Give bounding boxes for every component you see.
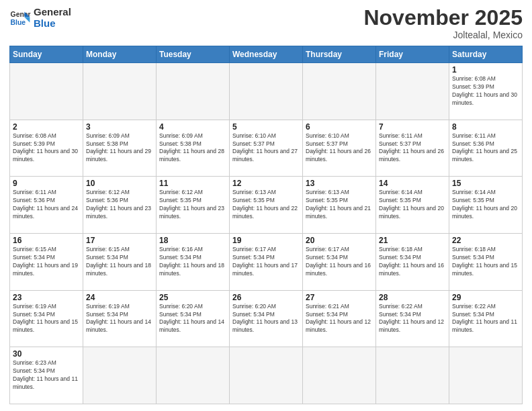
day-info: Sunrise: 6:12 AMSunset: 5:36 PMDaylight:… [86,189,153,221]
day-info: Sunrise: 6:11 AMSunset: 5:36 PMDaylight:… [452,132,519,165]
calendar-cell: 27Sunrise: 6:21 AMSunset: 5:34 PMDayligh… [303,290,376,347]
calendar-cell [83,63,157,120]
calendar-cell: 5Sunrise: 6:10 AMSunset: 5:37 PMDaylight… [230,120,303,177]
calendar-cell: 7Sunrise: 6:11 AMSunset: 5:37 PMDaylight… [376,120,449,177]
calendar-row-6: 30Sunrise: 6:23 AMSunset: 5:34 PMDayligh… [10,347,523,404]
day-info: Sunrise: 6:14 AMSunset: 5:35 PMDaylight:… [452,189,519,221]
calendar-cell: 22Sunrise: 6:18 AMSunset: 5:34 PMDayligh… [449,233,523,290]
calendar-cell: 18Sunrise: 6:16 AMSunset: 5:34 PMDayligh… [157,233,230,290]
calendar-table: SundayMondayTuesdayWednesdayThursdayFrid… [9,46,523,404]
day-number: 29 [452,293,519,302]
day-info: Sunrise: 6:13 AMSunset: 5:35 PMDaylight:… [306,189,373,221]
day-number: 4 [159,122,226,132]
day-number: 20 [306,236,373,245]
day-info: Sunrise: 6:17 AMSunset: 5:34 PMDaylight:… [306,246,373,278]
day-number: 3 [86,122,153,132]
calendar-row-4: 16Sunrise: 6:15 AMSunset: 5:34 PMDayligh… [10,233,523,290]
title-block: November 2025 Joltealal, Mexico [363,7,523,40]
day-info: Sunrise: 6:13 AMSunset: 5:35 PMDaylight:… [232,189,300,221]
calendar-cell: 23Sunrise: 6:19 AMSunset: 5:34 PMDayligh… [10,290,83,347]
weekday-header-friday: Friday [376,46,449,63]
day-number: 5 [232,122,300,132]
day-number: 6 [306,122,373,132]
calendar-cell: 26Sunrise: 6:20 AMSunset: 5:34 PMDayligh… [230,290,303,347]
day-info: Sunrise: 6:15 AMSunset: 5:34 PMDaylight:… [86,246,153,278]
day-number: 9 [13,179,80,188]
calendar-cell: 15Sunrise: 6:14 AMSunset: 5:35 PMDayligh… [449,177,523,234]
weekday-header-wednesday: Wednesday [230,46,303,63]
calendar-cell [10,63,83,120]
calendar-cell: 20Sunrise: 6:17 AMSunset: 5:34 PMDayligh… [303,233,376,290]
day-info: Sunrise: 6:16 AMSunset: 5:34 PMDaylight:… [159,246,226,278]
weekday-header-saturday: Saturday [449,46,523,63]
day-info: Sunrise: 6:18 AMSunset: 5:34 PMDaylight:… [452,246,519,278]
day-number: 15 [452,179,519,188]
calendar-cell: 12Sunrise: 6:13 AMSunset: 5:35 PMDayligh… [230,177,303,234]
day-info: Sunrise: 6:08 AMSunset: 5:39 PMDaylight:… [452,75,519,107]
weekday-header-monday: Monday [83,46,157,63]
day-info: Sunrise: 6:17 AMSunset: 5:34 PMDaylight:… [232,246,300,278]
calendar-cell: 29Sunrise: 6:22 AMSunset: 5:34 PMDayligh… [449,290,523,347]
day-number: 25 [159,293,226,302]
logo-general: General [34,7,71,18]
day-number: 14 [379,179,446,188]
day-number: 11 [159,179,226,188]
day-number: 10 [86,179,153,188]
day-info: Sunrise: 6:11 AMSunset: 5:37 PMDaylight:… [379,132,446,165]
calendar-cell [157,347,230,404]
calendar-cell: 8Sunrise: 6:11 AMSunset: 5:36 PMDaylight… [449,120,523,177]
calendar-cell: 14Sunrise: 6:14 AMSunset: 5:35 PMDayligh… [376,177,449,234]
calendar-cell: 13Sunrise: 6:13 AMSunset: 5:35 PMDayligh… [303,177,376,234]
location: Joltealal, Mexico [363,30,523,40]
calendar-cell: 17Sunrise: 6:15 AMSunset: 5:34 PMDayligh… [83,233,157,290]
day-number: 18 [159,236,226,245]
calendar-cell: 9Sunrise: 6:11 AMSunset: 5:36 PMDaylight… [10,177,83,234]
calendar-cell: 24Sunrise: 6:19 AMSunset: 5:34 PMDayligh… [83,290,157,347]
calendar-cell: 21Sunrise: 6:18 AMSunset: 5:34 PMDayligh… [376,233,449,290]
day-info: Sunrise: 6:22 AMSunset: 5:34 PMDaylight:… [379,303,446,335]
day-number: 17 [86,236,153,245]
svg-text:Blue: Blue [11,18,26,26]
month-title: November 2025 [363,7,523,28]
day-info: Sunrise: 6:18 AMSunset: 5:34 PMDaylight:… [379,246,446,278]
calendar-cell [376,347,449,404]
header: General Blue General Blue November 2025 … [9,7,523,40]
weekday-header-thursday: Thursday [303,46,376,63]
day-number: 8 [452,122,519,132]
day-number: 13 [306,179,373,188]
calendar-cell: 10Sunrise: 6:12 AMSunset: 5:36 PMDayligh… [83,177,157,234]
calendar-cell: 4Sunrise: 6:09 AMSunset: 5:38 PMDaylight… [157,120,230,177]
calendar-cell: 30Sunrise: 6:23 AMSunset: 5:34 PMDayligh… [10,347,83,404]
calendar-cell [303,347,376,404]
day-number: 2 [13,122,80,132]
calendar-cell: 1Sunrise: 6:08 AMSunset: 5:39 PMDaylight… [449,63,523,120]
day-info: Sunrise: 6:19 AMSunset: 5:34 PMDaylight:… [86,303,153,335]
calendar-cell: 6Sunrise: 6:10 AMSunset: 5:37 PMDaylight… [303,120,376,177]
calendar-cell: 2Sunrise: 6:08 AMSunset: 5:39 PMDaylight… [10,120,83,177]
calendar-cell [230,63,303,120]
logo-blue: Blue [34,18,71,30]
weekday-header-tuesday: Tuesday [157,46,230,63]
calendar-row-3: 9Sunrise: 6:11 AMSunset: 5:36 PMDaylight… [10,177,523,234]
day-info: Sunrise: 6:10 AMSunset: 5:37 PMDaylight:… [306,132,373,165]
day-info: Sunrise: 6:21 AMSunset: 5:34 PMDaylight:… [306,303,373,335]
day-number: 16 [13,236,80,245]
day-info: Sunrise: 6:12 AMSunset: 5:35 PMDaylight:… [159,189,226,221]
day-number: 26 [232,293,300,302]
day-number: 19 [232,236,300,245]
day-info: Sunrise: 6:20 AMSunset: 5:34 PMDaylight:… [159,303,226,335]
day-info: Sunrise: 6:23 AMSunset: 5:34 PMDaylight:… [13,359,80,392]
day-number: 23 [13,293,80,302]
calendar-cell [376,63,449,120]
day-info: Sunrise: 6:14 AMSunset: 5:35 PMDaylight:… [379,189,446,221]
day-number: 1 [452,65,519,75]
day-number: 30 [13,349,80,359]
day-number: 24 [86,293,153,302]
day-number: 12 [232,179,300,188]
day-info: Sunrise: 6:10 AMSunset: 5:37 PMDaylight:… [232,132,300,165]
calendar-row-2: 2Sunrise: 6:08 AMSunset: 5:39 PMDaylight… [10,120,523,177]
day-info: Sunrise: 6:11 AMSunset: 5:36 PMDaylight:… [13,189,80,221]
calendar-cell: 3Sunrise: 6:09 AMSunset: 5:38 PMDaylight… [83,120,157,177]
calendar-cell [449,347,523,404]
calendar-cell [157,63,230,120]
